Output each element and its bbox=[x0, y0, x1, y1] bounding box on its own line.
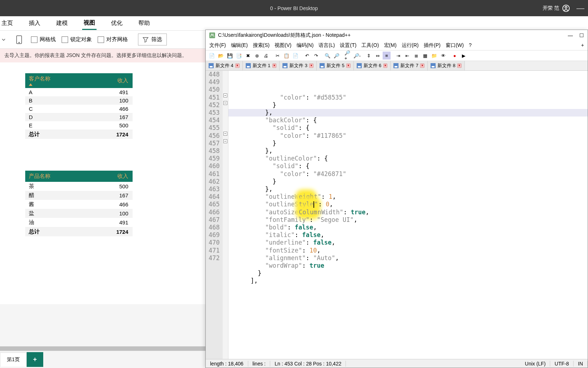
document-tab[interactable]: 新文件 1× bbox=[243, 61, 280, 70]
npp-maximize-button[interactable]: ☐ bbox=[579, 32, 584, 38]
document-tab[interactable]: 新文件 8× bbox=[428, 61, 465, 70]
menu-search[interactable]: 搜索(S) bbox=[253, 42, 270, 49]
tab-close-icon[interactable]: × bbox=[346, 63, 351, 68]
document-tab[interactable]: 新文件 7× bbox=[391, 61, 428, 70]
fold-toggle[interactable]: − bbox=[223, 132, 227, 136]
menu-macro[interactable]: 宏(M) bbox=[384, 42, 397, 49]
menu-tools[interactable]: 工具(O) bbox=[361, 42, 379, 49]
close-icon[interactable]: ✖ bbox=[244, 52, 252, 60]
checkbox-icon bbox=[62, 36, 68, 43]
svg-rect-8 bbox=[247, 66, 250, 67]
user-account[interactable]: 开荣 范 bbox=[543, 4, 570, 12]
table-row: 醋167 bbox=[25, 191, 133, 200]
tab-close-icon[interactable]: × bbox=[235, 63, 240, 68]
snap-grid-checkbox[interactable]: 对齐网格 bbox=[98, 36, 128, 43]
wrap-icon[interactable]: ≡ bbox=[383, 52, 391, 60]
npp-minimize-button[interactable]: — bbox=[568, 32, 573, 38]
find-icon[interactable]: 🔍 bbox=[324, 52, 331, 60]
page-tab-1[interactable]: 第1页 bbox=[0, 352, 27, 367]
svg-point-1 bbox=[565, 6, 567, 8]
cut-icon[interactable]: ✂ bbox=[273, 52, 281, 60]
open-file-icon[interactable]: 📂 bbox=[217, 52, 225, 60]
fold-toggle[interactable]: − bbox=[223, 139, 227, 143]
code-area[interactable]: "color": "#d58535" } }, "backColor": { "… bbox=[228, 71, 588, 359]
folder-icon[interactable]: 📁 bbox=[430, 52, 438, 60]
sync-h-icon[interactable]: ⇔ bbox=[374, 52, 382, 60]
filter-button[interactable]: 筛选 bbox=[138, 34, 167, 45]
menu-help[interactable]: ? bbox=[469, 42, 472, 49]
save-icon bbox=[320, 63, 325, 68]
indent-icon[interactable]: ⇥ bbox=[394, 52, 402, 60]
ribbon-tab-bar: 主页 插入 建模 视图 优化 帮助 bbox=[0, 16, 588, 31]
save-icon[interactable]: 💾 bbox=[226, 52, 234, 60]
menu-language[interactable]: 语言(L) bbox=[318, 42, 335, 49]
lock-objects-label: 锁定对象 bbox=[70, 36, 92, 43]
powerbi-titlebar: 0 - Power BI Desktop 开荣 范 — bbox=[0, 0, 588, 16]
tab-optimize[interactable]: 优化 bbox=[110, 17, 124, 29]
fold-toggle[interactable]: − bbox=[223, 101, 227, 105]
tab-close-icon[interactable]: × bbox=[309, 63, 313, 68]
menu-file[interactable]: 文件(F) bbox=[209, 42, 226, 49]
fold-toggle[interactable]: − bbox=[223, 93, 227, 97]
svg-rect-12 bbox=[321, 66, 324, 67]
zoom-in-icon[interactable]: 🔎+ bbox=[344, 52, 352, 60]
menu-add[interactable]: + bbox=[581, 42, 584, 49]
save-all-icon[interactable]: 📑 bbox=[235, 52, 243, 60]
menu-edit[interactable]: 编辑(E) bbox=[231, 42, 248, 49]
menu-plugins[interactable]: 插件(P) bbox=[424, 42, 441, 49]
copy-icon[interactable]: 📋 bbox=[282, 52, 290, 60]
close-all-icon[interactable]: ⊗ bbox=[253, 52, 261, 60]
sync-v-icon[interactable]: ⇕ bbox=[365, 52, 373, 60]
column-header-revenue[interactable]: 收入 bbox=[85, 73, 133, 88]
lock-objects-checkbox[interactable]: 锁定对象 bbox=[62, 36, 92, 43]
scrollbar-thumb[interactable] bbox=[0, 346, 214, 351]
npp-titlebar[interactable]: C:\Users\fankairong\Downloads\矩阵格式.json … bbox=[206, 30, 588, 41]
tab-help[interactable]: 帮助 bbox=[137, 17, 151, 29]
gridlines-checkbox[interactable]: 网格线 bbox=[31, 36, 56, 43]
document-tab[interactable]: 新文件 6× bbox=[354, 61, 391, 70]
outdent-icon[interactable]: ⇤ bbox=[403, 52, 411, 60]
mobile-layout-button[interactable] bbox=[13, 35, 25, 44]
column-header-customer[interactable]: 客户名称 bbox=[25, 73, 85, 88]
column-header-revenue[interactable]: 收入 bbox=[85, 171, 133, 182]
tab-view[interactable]: 视图 bbox=[82, 17, 97, 30]
product-table[interactable]: 产品名称 收入 茶500 醋167 酱466 盐100 油491 总计1724 bbox=[25, 171, 133, 236]
tab-close-icon[interactable]: × bbox=[272, 63, 277, 68]
new-file-icon[interactable]: 📄 bbox=[208, 52, 216, 60]
menu-encoding[interactable]: 编码(N) bbox=[297, 42, 313, 49]
tab-close-icon[interactable]: × bbox=[383, 63, 388, 68]
save-icon bbox=[246, 63, 251, 68]
doc-map-icon[interactable]: ▦ bbox=[421, 52, 429, 60]
tab-insert[interactable]: 插入 bbox=[27, 17, 42, 29]
tab-close-icon[interactable]: × bbox=[457, 63, 462, 68]
theme-dropdown[interactable] bbox=[0, 36, 7, 43]
menu-settings[interactable]: 设置(T) bbox=[340, 42, 356, 49]
tab-modeling[interactable]: 建模 bbox=[55, 17, 69, 29]
minimize-button[interactable]: — bbox=[576, 4, 584, 13]
npp-menubar: 文件(F) 编辑(E) 搜索(S) 视图(V) 编码(N) 语言(L) 设置(T… bbox=[206, 41, 588, 50]
monitor-icon[interactable]: 👁 bbox=[439, 52, 447, 60]
document-tab[interactable]: 新文件 4× bbox=[206, 61, 243, 70]
tab-home[interactable]: 主页 bbox=[0, 17, 14, 29]
undo-icon[interactable]: ↶ bbox=[303, 52, 311, 60]
column-header-product[interactable]: 产品名称 bbox=[25, 171, 85, 182]
play-icon[interactable]: ▶ bbox=[460, 52, 468, 60]
zoom-out-icon[interactable]: 🔎- bbox=[353, 52, 361, 60]
record-icon[interactable]: ● bbox=[451, 52, 459, 60]
paste-icon[interactable]: 📄 bbox=[291, 52, 299, 60]
npp-editor[interactable]: 4484494504514524534544554564574584594604… bbox=[206, 71, 588, 359]
print-icon[interactable]: 🖨 bbox=[262, 52, 270, 60]
add-page-button[interactable]: + bbox=[27, 352, 44, 367]
menu-run[interactable]: 运行(R) bbox=[402, 42, 419, 49]
menu-window[interactable]: 窗口(W) bbox=[446, 42, 464, 49]
redo-icon[interactable]: ↷ bbox=[312, 52, 320, 60]
tab-close-icon[interactable]: × bbox=[420, 63, 424, 68]
menu-view[interactable]: 视图(V) bbox=[275, 42, 291, 49]
func-list-icon[interactable]: ≣ bbox=[412, 52, 420, 60]
replace-icon[interactable]: 🔎 bbox=[333, 52, 340, 60]
line-number-gutter: 4484494504514524534544554564574584594604… bbox=[206, 71, 223, 359]
document-tab[interactable]: 新文件 5× bbox=[317, 61, 354, 70]
fold-margin[interactable]: − − − − bbox=[223, 71, 228, 359]
document-tab[interactable]: 新文件 3× bbox=[280, 61, 317, 70]
customer-table[interactable]: 客户名称 收入 A491 B100 C466 D167 E500 总计1724 bbox=[25, 73, 133, 139]
